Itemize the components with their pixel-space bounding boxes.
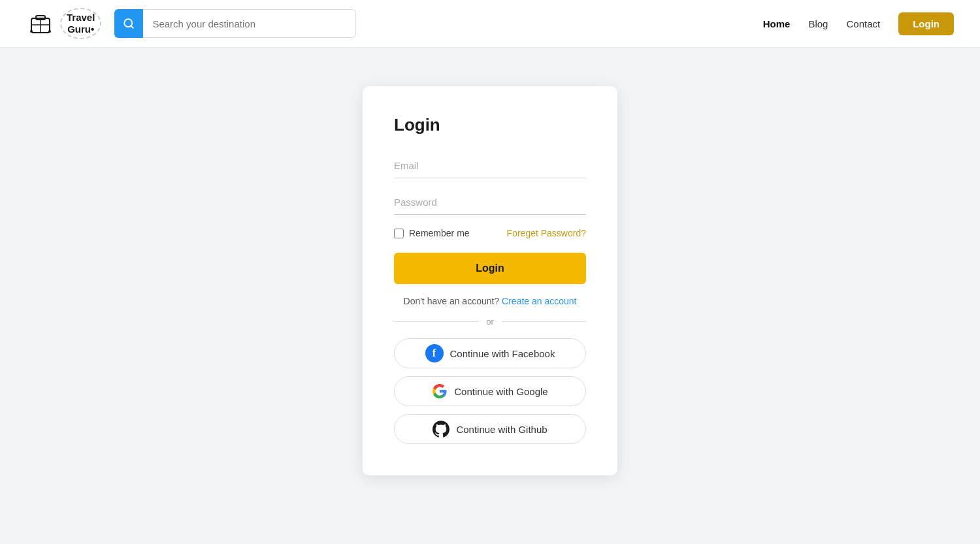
facebook-login-button[interactable]: Continue with Facebook [394, 338, 586, 368]
logo-text: Travel Guru• [60, 8, 101, 39]
or-divider: or [394, 317, 586, 327]
login-title: Login [394, 115, 586, 135]
facebook-icon [425, 344, 444, 362]
github-button-label: Continue with Github [456, 424, 547, 435]
search-button[interactable] [114, 9, 143, 38]
forgot-password-link[interactable]: Foreget Password? [507, 228, 586, 238]
no-account-text: Don't have an account? [404, 296, 500, 306]
remember-row: Remember me Foreget Password? [394, 228, 586, 238]
search-area [114, 9, 356, 38]
login-card: Login Remember me Foreget Password? Logi… [363, 86, 617, 475]
facebook-button-label: Continue with Facebook [450, 348, 555, 359]
github-icon [433, 421, 449, 438]
google-login-button[interactable]: Continue with Google [394, 376, 586, 406]
remember-label: Remember me [409, 228, 470, 238]
email-field[interactable] [394, 153, 586, 178]
nav-contact[interactable]: Contact [846, 18, 880, 29]
suitcase-icon [26, 9, 55, 38]
or-line-left [394, 321, 478, 322]
logo: Travel Guru• [26, 8, 101, 39]
password-field[interactable] [394, 190, 586, 215]
create-account-link[interactable]: Create an account [502, 296, 576, 306]
remember-checkbox[interactable] [394, 229, 404, 238]
or-line-right [502, 321, 586, 322]
svg-line-7 [131, 25, 133, 27]
nav-blog[interactable]: Blog [808, 18, 828, 29]
create-account-row: Don't have an account? Create an account [394, 296, 586, 306]
google-icon [432, 383, 448, 399]
github-login-button[interactable]: Continue with Github [394, 414, 586, 444]
nav-home[interactable]: Home [763, 18, 791, 29]
header: Travel Guru• Home Blog Contact Login [0, 0, 980, 47]
google-button-label: Continue with Google [454, 386, 547, 397]
nav-login-button[interactable]: Login [898, 12, 954, 35]
search-input[interactable] [143, 9, 356, 38]
svg-point-5 [48, 30, 51, 33]
login-submit-button[interactable]: Login [394, 253, 586, 284]
password-group [394, 190, 586, 215]
search-icon [123, 18, 135, 29]
svg-point-4 [30, 30, 33, 33]
or-text: or [486, 317, 494, 327]
main-content: Login Remember me Foreget Password? Logi… [0, 47, 980, 544]
email-group [394, 153, 586, 178]
remember-left: Remember me [394, 228, 470, 238]
nav: Home Blog Contact Login [763, 12, 954, 35]
